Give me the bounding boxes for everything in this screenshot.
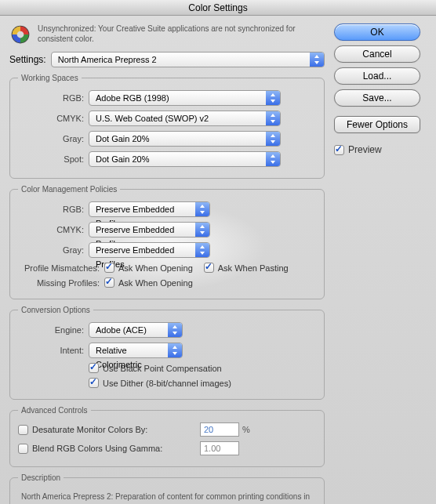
settings-label: Settings: xyxy=(9,54,46,65)
mismatch-label: Profile Mismatches: xyxy=(18,263,104,273)
missing-label: Missing Profiles: xyxy=(18,278,104,288)
settings-popup[interactable]: North America Prepress 2 xyxy=(51,52,325,67)
description-group: Description North America Prepress 2: Pr… xyxy=(9,473,325,504)
desaturate-input[interactable] xyxy=(200,422,239,437)
engine-popup[interactable]: Adobe (ACE) xyxy=(89,322,183,338)
save-button[interactable]: Save... xyxy=(334,89,420,107)
conversion-options-group: Conversion Options Engine: Adobe (ACE) I… xyxy=(9,306,325,400)
ok-button[interactable]: OK xyxy=(334,24,420,41)
fewer-options-button[interactable]: Fewer Options xyxy=(334,116,420,133)
right-column: OK Cancel Load... Save... Fewer Options … xyxy=(334,24,427,157)
working-spaces-group: Working Spaces RGB: Adobe RGB (1998) CMY… xyxy=(9,74,325,179)
advanced-legend: Advanced Controls xyxy=(18,406,91,415)
intent-popup[interactable]: Relative Colorimetric xyxy=(89,343,183,358)
settings-row: Settings: North America Prepress 2 xyxy=(9,52,325,67)
missing-open-checkbox[interactable]: Ask When Opening xyxy=(104,277,193,288)
preview-checkbox[interactable]: Preview xyxy=(334,144,382,155)
pol-gray-popup[interactable]: Preserve Embedded Profiles xyxy=(89,242,210,258)
ws-spot-label: Spot: xyxy=(18,154,89,164)
ws-rgb-label: RGB: xyxy=(18,93,89,103)
ws-gray-popup[interactable]: Dot Gain 20% xyxy=(89,131,281,147)
pol-cmyk-popup[interactable]: Preserve Embedded Profiles xyxy=(89,222,210,237)
ws-cmyk-popup[interactable]: U.S. Web Coated (SWOP) v2 xyxy=(89,111,281,126)
window-body: Unsynchronized: Your Creative Suite appl… xyxy=(0,16,436,504)
left-column: Unsynchronized: Your Creative Suite appl… xyxy=(9,24,325,504)
mismatch-paste-checkbox[interactable]: Ask When Pasting xyxy=(204,263,289,273)
intent-label: Intent: xyxy=(18,346,89,355)
policies-highlight: RGB: Preserve Embedded Profiles CMYK: Pr… xyxy=(15,198,319,296)
sync-status-row: Unsynchronized: Your Creative Suite appl… xyxy=(9,24,325,45)
conversion-legend: Conversion Options xyxy=(18,306,93,314)
pol-gray-label: Gray: xyxy=(18,245,89,255)
working-spaces-legend: Working Spaces xyxy=(18,74,82,82)
engine-label: Engine: xyxy=(18,325,89,335)
pol-rgb-label: RGB: xyxy=(18,205,89,214)
pol-rgb-popup[interactable]: Preserve Embedded Profiles xyxy=(89,201,210,217)
ws-rgb-popup[interactable]: Adobe RGB (1998) xyxy=(89,90,281,106)
ws-gray-label: Gray: xyxy=(18,134,89,143)
pol-cmyk-label: CMYK: xyxy=(18,225,89,234)
cancel-button[interactable]: Cancel xyxy=(334,45,420,63)
description-text: North America Prepress 2: Preparation of… xyxy=(18,490,316,504)
ws-spot-popup[interactable]: Dot Gain 20% xyxy=(89,151,281,167)
ws-cmyk-label: CMYK: xyxy=(18,114,89,123)
desaturate-checkbox[interactable]: Desaturate Monitor Colors By: xyxy=(18,425,189,435)
svg-point-1 xyxy=(17,31,24,38)
desaturate-unit: % xyxy=(242,425,250,434)
load-button[interactable]: Load... xyxy=(334,67,420,85)
blend-gamma-input[interactable] xyxy=(200,441,239,455)
dither-checkbox[interactable]: Use Dither (8-bit/channel images) xyxy=(89,378,231,388)
description-legend: Description xyxy=(18,473,64,482)
color-settings-icon xyxy=(9,24,31,45)
window-title: Color Settings xyxy=(0,0,436,16)
color-management-policies-group: Color Management Policies RGB: Preserve … xyxy=(9,185,325,299)
blend-gamma-checkbox[interactable]: Blend RGB Colors Using Gamma: xyxy=(18,444,189,454)
sync-status-text: Unsynchronized: Your Creative Suite appl… xyxy=(38,24,325,44)
policies-legend: Color Management Policies xyxy=(18,185,120,194)
advanced-controls-group: Advanced Controls Desaturate Monitor Col… xyxy=(9,406,325,467)
